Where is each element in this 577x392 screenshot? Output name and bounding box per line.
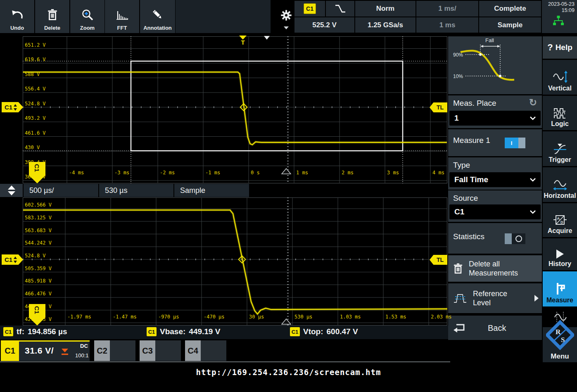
time-reference-marker-lower — [281, 318, 291, 326]
channel-tab-c2[interactable]: C2 — [94, 340, 110, 361]
type-label: Type — [448, 157, 542, 170]
screencam-url: http://169.254.236.236/screencam.htm — [0, 368, 577, 377]
measure-button[interactable]: Measure — [543, 271, 577, 306]
t-axis-label: -1 ms — [205, 170, 220, 176]
c1-probe-label: 100:1 — [75, 352, 89, 359]
channel-c2-info[interactable] — [110, 340, 135, 361]
channel-tab-c4[interactable]: C4 — [185, 340, 201, 361]
toolbar-spacer — [176, 0, 271, 33]
play-icon — [556, 249, 564, 259]
refresh-icon[interactable]: ↻ — [529, 97, 537, 108]
fft-button[interactable]: FFT — [105, 0, 139, 33]
trash-icon — [453, 263, 463, 274]
undo-icon — [11, 7, 24, 23]
measure1-row: Measure 1 I — [448, 129, 542, 156]
t-axis-label: 0 s — [251, 170, 260, 176]
reference-level-button[interactable]: Reference Level — [448, 283, 542, 313]
waveform-plot — [23, 36, 447, 183]
fft-spectrum-icon — [116, 7, 128, 23]
t-axis-label: -1.47 ms — [113, 314, 137, 320]
history-button[interactable]: History — [543, 238, 577, 270]
measure1-toggle[interactable]: I — [505, 138, 525, 148]
trigger-mode-cell[interactable]: Norm — [355, 1, 416, 17]
zoom-center-marker[interactable] — [264, 36, 270, 40]
datetime-cell: 2023-05-23 15:09 — [542, 0, 577, 33]
delete-all-measurements-button[interactable]: Delete all Measurements — [448, 255, 542, 282]
channel-tab-c1[interactable]: C1 — [1, 340, 19, 361]
submenu-arrow-icon — [534, 295, 539, 302]
c1-scale-value: 31.6 V/ — [25, 346, 54, 356]
acq-channel-cell[interactable]: C1 — [294, 1, 325, 17]
time-label: 15:09 — [542, 7, 575, 14]
logic-button[interactable]: Logic — [543, 96, 577, 130]
channel-offset-marker-lower[interactable]: C1 — [2, 254, 23, 265]
v-axis-label: 588 V — [25, 71, 40, 77]
t-axis-label: 530 µs — [294, 314, 312, 320]
c1-trace — [23, 210, 447, 314]
undo-button[interactable]: Undo — [0, 0, 34, 33]
sample-rate-cell[interactable]: 1.25 GSa/s — [355, 17, 416, 33]
menu-button[interactable]: RS Menu — [543, 327, 577, 362]
channel-offset-marker-upper[interactable]: C1 — [2, 102, 23, 112]
updown-arrows-icon — [14, 104, 17, 111]
main-waveform-window: 651.2 V619.6 V588 V556.4 V524.8 V493.2 V… — [23, 36, 447, 183]
v-axis-label: 583.125 V — [25, 215, 52, 221]
updown-arrows-icon — [14, 257, 17, 263]
zoom-waveform-window: 602.566 V583.125 V563.683 V544.242 V524.… — [23, 197, 447, 325]
acq-state-cell[interactable]: Complete — [479, 1, 541, 17]
trigger-position-marker[interactable]: T — [239, 36, 247, 45]
zoom-offset-field[interactable]: 530 µs — [99, 184, 173, 197]
v-axis-label: 505.359 V — [25, 266, 52, 271]
waveform-plot — [23, 197, 447, 325]
oscilloscope-screen: Undo Delete Zoom FFT Annotation C1 Norm … — [0, 0, 577, 392]
zoom-scale-field[interactable]: 500 µs/ — [24, 184, 98, 197]
measurement-results-bar: C1 tf: 194.856 µs C1 Vbase: 449.19 V C1 … — [0, 325, 448, 339]
pencil-icon — [152, 7, 164, 23]
zoom-button[interactable]: Zoom — [70, 0, 104, 33]
toggle-knob — [518, 138, 525, 148]
settings-caret-icon[interactable] — [284, 26, 289, 29]
date-label: 2023-05-23 — [542, 1, 575, 7]
v-axis-label: 485.918 V — [25, 278, 52, 284]
zoom-mode-field[interactable]: Sample — [174, 184, 249, 197]
fall-time-diagram: Fall 90% 10% — [448, 36, 542, 93]
v-axis-label: 430 V — [25, 145, 40, 150]
channel-tab-c3[interactable]: C3 — [140, 340, 155, 361]
measurement-result: C1 Vbase: 449.19 V — [147, 327, 220, 336]
record-length-cell[interactable]: 1 ms — [416, 17, 478, 33]
timebase-cell[interactable]: 1 ms/ — [416, 1, 478, 17]
back-button[interactable]: Back — [448, 316, 542, 340]
zoom-updown-button[interactable] — [0, 184, 23, 197]
channel-c3-info[interactable] — [155, 340, 181, 361]
source-dropdown[interactable]: C1 — [449, 204, 541, 219]
type-dropdown[interactable]: Fall Time — [449, 172, 541, 187]
annotation-button[interactable]: Annotation — [140, 0, 175, 33]
magnifier-icon — [81, 7, 94, 23]
vertical-icon — [552, 70, 568, 83]
statistics-row: Statistics — [448, 223, 542, 254]
t-axis-label: -2 ms — [160, 170, 175, 176]
acquire-button[interactable]: AD Acquire — [543, 203, 577, 237]
delete-button[interactable]: Delete — [35, 0, 69, 33]
channel-c1-info[interactable]: 31.6 V/ DC 100:1 — [19, 340, 90, 361]
help-button[interactable]: ? Help — [543, 36, 577, 59]
channel-c4-info[interactable] — [201, 340, 226, 361]
statistics-toggle[interactable] — [505, 233, 525, 244]
meas-place-dropdown[interactable]: 1 — [449, 111, 541, 126]
acq-mode-cell[interactable]: Sample — [479, 17, 541, 33]
t-axis-label: 1.03 ms — [340, 314, 361, 320]
horizontal-icon — [552, 178, 568, 191]
caliper-icon — [554, 282, 566, 295]
updown-arrows-icon — [7, 185, 16, 196]
source-label: Source — [448, 190, 542, 203]
horizontal-button[interactable]: Horizontal — [543, 167, 577, 202]
trigger-button[interactable]: Trigger — [543, 131, 577, 166]
gear-icon[interactable] — [280, 9, 292, 23]
t-axis-label: -1.97 ms — [67, 314, 91, 320]
svg-text:Fall: Fall — [485, 37, 494, 43]
trigger-level-cell[interactable]: 525.2 V — [294, 17, 354, 33]
vertical-button[interactable]: Vertical — [543, 60, 577, 95]
meas-place-row: Meas. Place ↻ 1 — [448, 95, 542, 128]
svg-text:D: D — [560, 220, 563, 224]
trigger-slope-cell[interactable] — [326, 1, 354, 17]
